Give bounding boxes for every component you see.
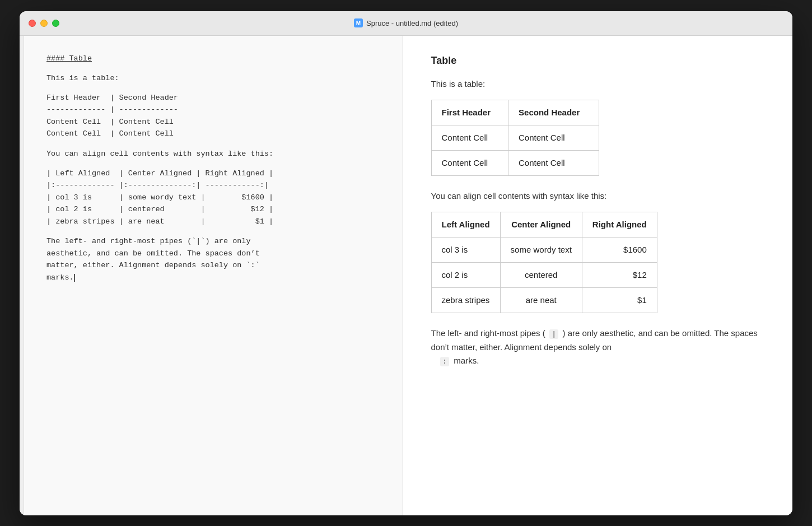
table1-header-2: Second Header [508, 100, 599, 125]
preview-intro: This is a table: [431, 77, 765, 91]
table1-cell: Content Cell [508, 125, 599, 151]
table2-cell: are neat [500, 288, 582, 313]
window-title: M Spruce - untitled.md (edited) [354, 18, 458, 27]
table1-cell: Content Cell [508, 151, 599, 176]
table2-cell: $1 [582, 288, 657, 313]
preview-footer: The left- and right-most pipes ( | ) are… [431, 327, 765, 368]
app-icon: M [354, 18, 363, 27]
table-row: zebra stripes are neat $1 [431, 288, 657, 313]
editor-align-intro: You can align cell contents with syntax … [46, 148, 380, 160]
table2-cell: col 2 is [431, 263, 500, 288]
table2-cell: $12 [582, 263, 657, 288]
marks-text: marks. [454, 356, 479, 365]
table1-header-1: First Header [431, 100, 508, 125]
editor-table2-row1: | col 3 is | some wordy text | $1600 | [46, 192, 380, 204]
editor-table2-sep: |:------------- |:--------------:| -----… [46, 179, 380, 192]
table2-cell: some wordy text [500, 238, 582, 263]
editor-pane[interactable]: #### Table This is a table: First Header… [24, 36, 403, 515]
preview-align-intro: You can align cell contents with syntax … [431, 189, 765, 203]
table-row: col 2 is centered $12 [431, 263, 657, 288]
table2-cell: centered [500, 263, 582, 288]
editor-table2-row3: | zebra stripes | are neat | $1 | [46, 216, 380, 228]
preview-pane: Table This is a table: First Header Seco… [403, 36, 793, 515]
traffic-lights [29, 20, 59, 27]
titlebar: M Spruce - untitled.md (edited) [20, 11, 792, 36]
app-window: M Spruce - untitled.md (edited) #### Tab… [20, 11, 792, 515]
close-button[interactable] [29, 20, 36, 27]
preview-table1: First Header Second Header Content Cell … [431, 100, 599, 176]
editor-intro: This is a table: [46, 72, 380, 85]
left-gutter [20, 36, 24, 515]
table2-cell: $1600 [582, 238, 657, 263]
preview-table2: Left Aligned Center Aligned Right Aligne… [431, 212, 657, 313]
table1-cell: Content Cell [431, 125, 508, 151]
maximize-button[interactable] [52, 20, 59, 27]
table-row: Content Cell Content Cell [431, 125, 599, 151]
editor-footer: The left- and right-most pipes (`|`) are… [46, 235, 380, 283]
editor-table2-row2: | col 2 is | centered | $12 | [46, 203, 380, 216]
colon-code: : [440, 357, 449, 366]
editor-table1-sep: ------------- | ------------- [46, 104, 380, 116]
editor-table2-header: | Left Aligned | Center Aligned | Right … [46, 167, 380, 180]
text-cursor [74, 274, 75, 282]
minimize-button[interactable] [40, 20, 48, 27]
table-row: col 3 is some wordy text $1600 [431, 238, 657, 263]
editor-table1-row1: Content Cell | Content Cell [46, 116, 380, 128]
table-row: Content Cell Content Cell [431, 151, 599, 176]
table2-header-3: Right Aligned [582, 212, 657, 238]
content-area: #### Table This is a table: First Header… [20, 36, 792, 515]
table2-header-2: Center Aligned [500, 212, 582, 238]
editor-heading: #### Table [46, 53, 380, 65]
table2-cell: col 3 is [431, 238, 500, 263]
editor-table1-header: First Header | Second Header [46, 92, 380, 104]
table2-cell: zebra stripes [431, 288, 500, 313]
pipe-code: | [549, 329, 558, 339]
preview-heading: Table [431, 53, 765, 69]
editor-table1-row2: Content Cell | Content Cell [46, 128, 380, 140]
table1-cell: Content Cell [431, 151, 508, 176]
table2-header-1: Left Aligned [431, 212, 500, 238]
title-text: Spruce - untitled.md (edited) [366, 19, 458, 27]
